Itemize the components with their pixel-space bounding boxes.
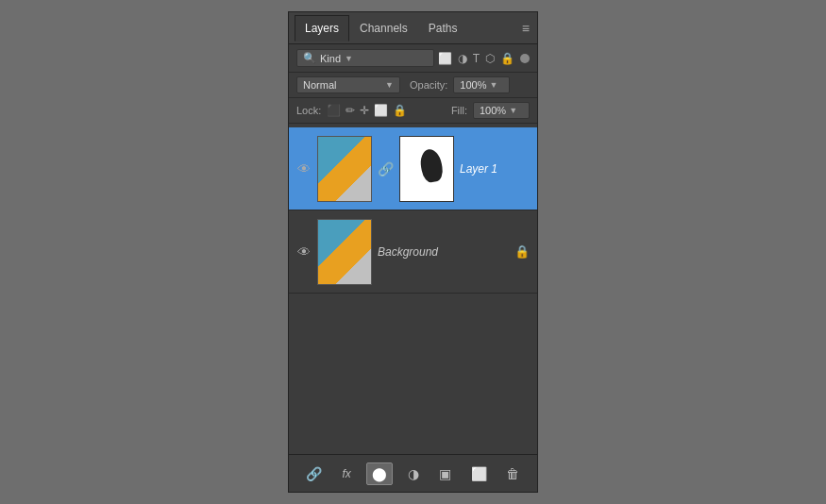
lock-move-icon[interactable]: ✛ — [360, 104, 369, 117]
layer-name-layer1: Layer 1 — [460, 162, 530, 176]
visibility-eye-background[interactable]: 👁 — [296, 244, 312, 260]
layer-photo-layer1 — [318, 137, 371, 201]
layer-name-background: Background — [378, 245, 509, 259]
kind-dropdown[interactable]: 🔍 Kind ▼ — [296, 49, 434, 67]
layer-item-layer1[interactable]: 👁 🔗 Layer 1 — [289, 127, 537, 210]
visibility-eye-layer1[interactable]: 👁 — [296, 161, 312, 176]
panel-menu-icon[interactable]: ≡ — [522, 21, 530, 36]
layer-thumb-background — [317, 219, 372, 285]
filter-icons: ⬜ ◑ T ⬡ 🔒 — [438, 52, 530, 65]
fill-label: Fill: — [451, 105, 467, 116]
layer-mask-thumb-layer1 — [399, 136, 454, 202]
layer-item-background[interactable]: 👁 Background 🔒 — [289, 210, 537, 294]
kind-label: Kind — [320, 53, 341, 64]
tab-channels[interactable]: Channels — [349, 15, 418, 42]
layer-thumb-layer1 — [317, 136, 372, 202]
opacity-input[interactable]: 100% ▼ — [453, 76, 510, 93]
layers-list: 👁 🔗 Layer 1 👁 Background 🔒 — [289, 124, 537, 454]
group-layers-button[interactable]: ▣ — [434, 463, 456, 484]
layer-mask-button[interactable]: ⬤ — [366, 462, 393, 485]
shape-filter-icon[interactable]: ⬡ — [485, 52, 495, 65]
fill-chevron-icon: ▼ — [509, 106, 517, 115]
lock-all-icon[interactable]: 🔒 — [393, 104, 407, 117]
blend-mode-label: Normal — [303, 79, 336, 91]
kind-chevron-icon: ▼ — [345, 54, 353, 63]
layer-photo-background — [318, 220, 371, 284]
tab-layers[interactable]: Layers — [295, 15, 349, 42]
lock-artboard-icon[interactable]: ⬜ — [374, 104, 388, 117]
lock-transparency-icon[interactable]: ⬛ — [327, 104, 341, 117]
lock-row: Lock: ⬛ ✏ ✛ ⬜ 🔒 Fill: 100% ▼ — [289, 98, 537, 124]
search-icon: 🔍 — [303, 52, 316, 64]
mask-layer1 — [400, 137, 453, 201]
chain-icon-layer1: 🔗 — [378, 161, 394, 176]
link-layers-button[interactable]: 🔗 — [301, 463, 327, 484]
opacity-value-text: 100% — [460, 79, 486, 91]
filter-dot-icon[interactable] — [520, 54, 530, 63]
fill-value-text: 100% — [480, 105, 506, 116]
opacity-chevron-icon: ▼ — [490, 80, 498, 90]
fill-input[interactable]: 100% ▼ — [473, 102, 530, 119]
type-filter-icon[interactable]: T — [473, 52, 480, 65]
blend-row: Normal ▼ Opacity: 100% ▼ — [289, 73, 537, 98]
lock-label: Lock: — [296, 105, 321, 116]
fx-button[interactable]: fx — [337, 464, 355, 483]
blend-mode-dropdown[interactable]: Normal ▼ — [296, 76, 400, 93]
fill-layer-button[interactable]: ◑ — [403, 463, 424, 484]
tab-bar: Layers Channels Paths ≡ — [289, 12, 537, 44]
new-layer-button[interactable]: ⬜ — [466, 463, 492, 484]
background-lock-icon: 🔒 — [514, 244, 530, 259]
image-filter-icon[interactable]: ⬜ — [438, 52, 452, 65]
lock-icons: ⬛ ✏ ✛ ⬜ 🔒 — [327, 104, 407, 117]
adjustment-filter-icon[interactable]: ◑ — [458, 52, 467, 65]
tab-paths[interactable]: Paths — [418, 15, 468, 42]
opacity-label: Opacity: — [410, 79, 447, 91]
filter-row: 🔍 Kind ▼ ⬜ ◑ T ⬡ 🔒 — [289, 44, 537, 73]
layers-panel: Layers Channels Paths ≡ 🔍 Kind ▼ ⬜ ◑ T ⬡… — [288, 11, 538, 493]
lock-paint-icon[interactable]: ✏ — [346, 104, 355, 117]
bottom-toolbar: 🔗 fx ⬤ ◑ ▣ ⬜ 🗑 — [289, 454, 537, 492]
smart-filter-icon[interactable]: 🔒 — [500, 52, 514, 65]
blend-chevron-icon: ▼ — [385, 80, 394, 90]
delete-layer-button[interactable]: 🗑 — [501, 463, 524, 484]
